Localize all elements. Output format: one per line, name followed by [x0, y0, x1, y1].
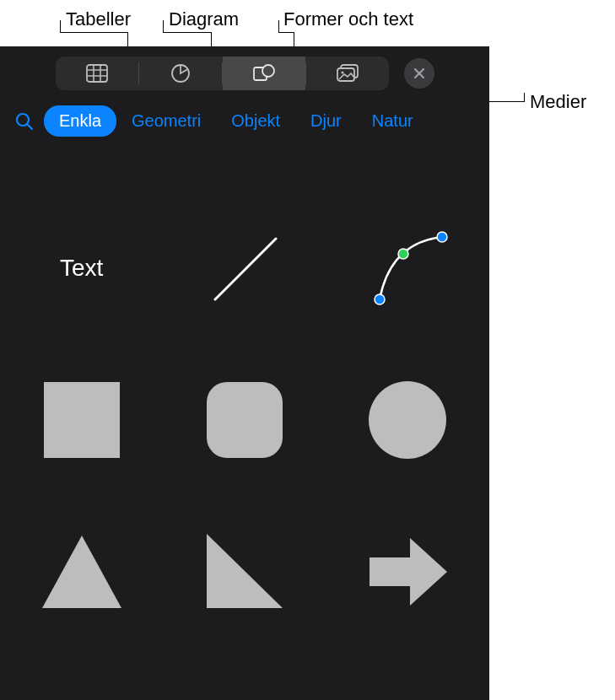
shape-arrow-right[interactable]: [326, 513, 489, 631]
shape-rounded-square[interactable]: [163, 361, 326, 479]
svg-rect-0: [87, 65, 107, 82]
shape-text-label: Text: [60, 255, 103, 282]
svg-marker-22: [42, 536, 121, 608]
search-button[interactable]: [10, 107, 39, 136]
tab-geometri[interactable]: Geometri: [116, 105, 216, 137]
callout-line: [60, 20, 61, 32]
shape-right-triangle[interactable]: [163, 513, 326, 631]
shape-triangle[interactable]: [0, 513, 163, 631]
charts-button[interactable]: [139, 57, 222, 90]
svg-point-10: [341, 71, 343, 73]
tab-natur[interactable]: Natur: [357, 105, 429, 137]
shapes-grid: Text: [0, 150, 489, 631]
shape-text[interactable]: Text: [0, 209, 163, 327]
callout-line: [163, 32, 211, 33]
media-button[interactable]: [306, 57, 389, 90]
image-icon: [336, 64, 359, 83]
toolbar-segment-group: [56, 57, 389, 90]
line-icon: [198, 222, 291, 315]
tab-djur[interactable]: Djur: [295, 105, 357, 137]
svg-point-21: [369, 381, 446, 459]
table-icon: [86, 64, 108, 83]
callout-line: [60, 32, 127, 33]
callout-line: [278, 32, 294, 33]
shape-square[interactable]: [0, 361, 163, 479]
tab-enkla[interactable]: Enkla: [44, 105, 116, 137]
svg-point-17: [437, 232, 447, 242]
right-triangle-icon: [198, 525, 291, 618]
tables-button[interactable]: [56, 57, 138, 90]
callout-charts: Diagram: [169, 8, 239, 30]
callout-tables: Tabeller: [66, 8, 131, 30]
callout-line: [278, 20, 279, 32]
shape-circle[interactable]: [326, 361, 489, 479]
svg-line-15: [215, 239, 276, 299]
chart-pie-icon: [170, 63, 191, 83]
callout-shapes-text: Former och text: [283, 8, 413, 30]
shape-pen-curve[interactable]: [326, 209, 489, 327]
svg-rect-19: [44, 382, 120, 458]
svg-point-7: [262, 65, 274, 77]
callout-media: Medier: [530, 91, 586, 113]
insert-toolbar: [0, 46, 489, 99]
svg-line-14: [28, 124, 33, 129]
circle-icon: [361, 374, 454, 466]
svg-point-16: [375, 294, 385, 304]
callout-line: [163, 20, 164, 32]
shapes-button[interactable]: [223, 57, 305, 90]
shapes-icon: [252, 63, 276, 83]
rounded-square-icon: [198, 374, 291, 466]
arrow-right-icon: [361, 525, 454, 618]
square-icon: [35, 374, 128, 466]
svg-point-18: [398, 249, 408, 259]
tab-objekt[interactable]: Objekt: [216, 105, 295, 137]
svg-rect-20: [207, 382, 283, 458]
close-button[interactable]: [404, 58, 434, 89]
svg-marker-23: [207, 534, 283, 608]
pen-curve-icon: [361, 222, 454, 315]
svg-marker-24: [370, 538, 447, 606]
category-bar: Enkla Geometri Objekt Djur Natur: [0, 99, 489, 150]
triangle-icon: [35, 525, 128, 618]
insert-panel: Enkla Geometri Objekt Djur Natur Text: [0, 46, 489, 700]
shape-line[interactable]: [163, 209, 326, 327]
search-icon: [15, 112, 34, 131]
callout-line: [524, 93, 525, 102]
close-icon: [413, 67, 425, 79]
